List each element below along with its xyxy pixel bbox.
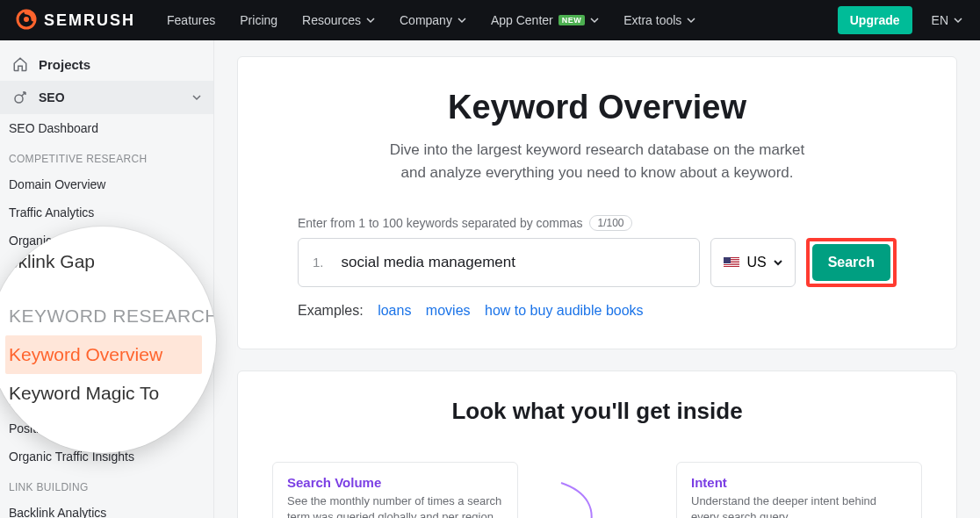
input-help-label: Enter from 1 to 100 keywords separated b… — [298, 216, 582, 230]
sidebar-projects[interactable]: Projects — [0, 47, 213, 81]
chevron-down-icon — [954, 16, 962, 25]
arrow-decoration-icon — [552, 478, 605, 518]
svg-point-1 — [24, 17, 29, 22]
target-icon — [12, 90, 28, 105]
sidebar-item-label: SEO — [39, 90, 65, 104]
sidebar-item-seo-dashboard[interactable]: SEO Dashboard — [0, 114, 213, 142]
nav-app-center[interactable]: App CenterNEW — [491, 13, 599, 27]
nav-links: Features Pricing Resources Company App C… — [167, 13, 695, 27]
search-button[interactable]: Search — [812, 244, 890, 281]
nav-label: Features — [167, 13, 215, 27]
nav-label: App Center — [491, 13, 553, 27]
input-meta: Enter from 1 to 100 keywords separated b… — [298, 215, 897, 231]
sidebar-category: LINK BUILDING — [0, 471, 213, 499]
chevron-down-icon — [458, 16, 466, 25]
inside-card: Look what you'll get inside Search Volum… — [237, 371, 957, 518]
text: Dive into the largest keyword research d… — [390, 141, 804, 158]
inside-title: Look what you'll get inside — [263, 398, 932, 425]
magnifier-item-active[interactable]: Keyword Overview — [5, 335, 202, 374]
feature-desc: Understand the deeper intent behind ever… — [691, 493, 907, 518]
feature-intent: Intent Understand the deeper intent behi… — [676, 462, 922, 518]
nav-pricing[interactable]: Pricing — [240, 13, 277, 27]
keyword-count-badge: 1/100 — [589, 215, 631, 231]
keyword-index: 1. — [313, 255, 324, 270]
logo-icon — [16, 9, 37, 32]
nav-features[interactable]: Features — [167, 13, 215, 27]
hero-card: Keyword Overview Dive into the largest k… — [237, 56, 957, 349]
new-badge: NEW — [558, 15, 586, 25]
brand-text: SEMRUSH — [44, 11, 135, 30]
magnifier-item: Keyword Magic To — [5, 374, 202, 413]
language-selector[interactable]: EN — [932, 13, 962, 27]
brand-logo[interactable]: SEMRUSH — [0, 9, 151, 32]
us-flag-icon — [724, 257, 739, 268]
upgrade-button[interactable]: Upgrade — [838, 6, 912, 34]
magnifier-category: KEYWORD RESEARCH — [5, 297, 202, 335]
keyword-text: social media management — [342, 254, 515, 271]
example-link-loans[interactable]: loans — [378, 303, 411, 318]
sidebar-item-label: Traffic Analytics — [9, 205, 94, 219]
examples-row: Examples: loans movies how to buy audibl… — [298, 303, 897, 319]
page-subtitle: Dive into the largest keyword research d… — [298, 139, 897, 185]
nav-resources[interactable]: Resources — [302, 13, 375, 27]
sidebar-item-label: Projects — [39, 57, 90, 72]
chevron-down-icon — [590, 16, 599, 25]
examples-label: Examples: — [298, 303, 364, 318]
feature-heading[interactable]: Search Volume — [287, 475, 503, 490]
example-link-audible[interactable]: how to buy audible books — [485, 303, 644, 318]
text: and analyze everything you need to know … — [400, 164, 793, 181]
nav-label: Extra tools — [623, 13, 681, 27]
sidebar-item-traffic-analytics[interactable]: Traffic Analytics — [0, 198, 213, 227]
search-highlight: Search — [806, 238, 897, 287]
sidebar-item-label: SEO Dashboard — [9, 121, 98, 135]
main-content: Keyword Overview Dive into the largest k… — [214, 40, 980, 518]
example-link-movies[interactable]: movies — [426, 303, 471, 318]
nav-right: Upgrade EN — [838, 6, 980, 34]
top-nav: SEMRUSH Features Pricing Resources Compa… — [0, 0, 980, 40]
feature-desc: See the monthly number of times a search… — [287, 493, 503, 518]
page-title: Keyword Overview — [298, 89, 897, 126]
nav-label: Pricing — [240, 13, 277, 27]
sidebar-item-label: Domain Overview — [9, 177, 105, 191]
sidebar-category: COMPETITIVE RESEARCH — [0, 142, 213, 170]
keyword-input[interactable]: 1. social media management — [298, 238, 700, 287]
sidebar-item-label: Backlink Analytics — [9, 506, 106, 518]
nav-label: Company — [400, 13, 452, 27]
chevron-down-icon — [774, 258, 782, 267]
search-row: 1. social media management US Search — [298, 238, 897, 287]
sidebar-seo-section[interactable]: SEO — [0, 81, 213, 114]
nav-label: Resources — [302, 13, 361, 27]
sidebar-item-domain-overview[interactable]: Domain Overview — [0, 170, 213, 198]
chevron-down-icon — [366, 16, 375, 25]
country-label: US — [746, 255, 766, 270]
chevron-down-icon — [192, 93, 201, 102]
magnifier-callout: cklink Gap KEYWORD RESEARCH Keyword Over… — [0, 227, 216, 453]
feature-row: Search Volume See the monthly number of … — [263, 462, 932, 518]
feature-heading[interactable]: Intent — [691, 475, 907, 490]
lang-label: EN — [932, 13, 948, 27]
home-icon — [12, 56, 28, 72]
nav-extra-tools[interactable]: Extra tools — [623, 13, 695, 27]
sidebar-item-backlink-analytics[interactable]: Backlink Analytics — [0, 499, 213, 518]
feature-search-volume: Search Volume See the monthly number of … — [272, 462, 518, 518]
chevron-down-icon — [687, 16, 695, 25]
country-selector[interactable]: US — [710, 238, 795, 287]
nav-company[interactable]: Company — [400, 13, 466, 27]
